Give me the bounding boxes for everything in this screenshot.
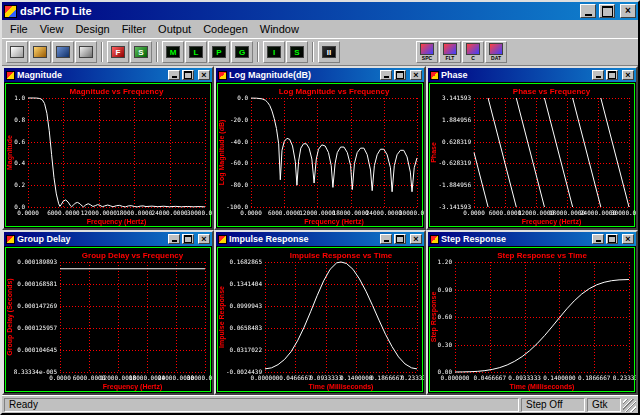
child-title-bar[interactable]: Step Response × xyxy=(428,232,636,246)
save-file-button[interactable] xyxy=(52,41,74,63)
magnitude-plot xyxy=(4,82,212,228)
toolbar: FSMLPGISIISPCFLTCDAT xyxy=(2,38,638,66)
maximize-button[interactable] xyxy=(599,4,615,18)
child-close-button[interactable]: × xyxy=(410,70,422,80)
plot-window-icon xyxy=(218,235,227,244)
export-flt-button-label: FLT xyxy=(446,55,455,61)
child-title-bar[interactable]: Phase × xyxy=(428,68,636,82)
menu-bar: File View Design Filter Output Codegen W… xyxy=(2,20,638,38)
child-maximize-button[interactable] xyxy=(182,70,194,80)
open-file-button[interactable] xyxy=(29,41,51,63)
impulse-response-plot-icon: I xyxy=(267,46,281,58)
child-close-button[interactable]: × xyxy=(622,234,634,244)
print-icon xyxy=(79,46,93,58)
minimize-button[interactable] xyxy=(580,4,596,18)
child-title-bar[interactable]: Group Delay × xyxy=(4,232,212,246)
child-minimize-button[interactable] xyxy=(380,234,392,244)
toolbar-separator xyxy=(101,42,103,62)
status-mode: Gtk xyxy=(587,398,621,412)
child-window-title: Impulse Response xyxy=(229,234,378,244)
group-delay-plot xyxy=(4,246,212,393)
child-minimize-button[interactable] xyxy=(168,234,180,244)
open-file-icon xyxy=(33,46,47,58)
export-dat-button-label: DAT xyxy=(491,55,501,61)
plot-window-icon xyxy=(218,71,227,80)
child-minimize-button[interactable] xyxy=(380,70,392,80)
mdi-area: Magnitude × Log Magnitude(dB) × Phase xyxy=(2,66,638,395)
export-dat-icon xyxy=(489,43,503,55)
child-close-button[interactable]: × xyxy=(410,234,422,244)
magnitude-plot-button[interactable]: M xyxy=(162,41,184,63)
filter-spec-button[interactable]: S xyxy=(130,41,152,63)
menu-codegen[interactable]: Codegen xyxy=(197,21,254,37)
print-button[interactable] xyxy=(75,41,97,63)
child-maximize-button[interactable] xyxy=(606,234,618,244)
child-minimize-button[interactable] xyxy=(592,234,604,244)
child-title-bar[interactable]: Log Magnitude(dB) × xyxy=(216,68,424,82)
child-maximize-button[interactable] xyxy=(394,234,406,244)
child-maximize-button[interactable] xyxy=(182,234,194,244)
log-magnitude-plot-button[interactable]: L xyxy=(185,41,207,63)
pause-button[interactable]: II xyxy=(318,41,340,63)
toolbar-separator xyxy=(312,42,314,62)
phase-plot-button[interactable]: P xyxy=(208,41,230,63)
new-file-icon xyxy=(10,46,24,58)
toolbar-separator xyxy=(156,42,158,62)
step-response-plot-icon: S xyxy=(290,46,304,58)
title-bar[interactable]: dsPIC FD Lite × xyxy=(2,2,638,20)
child-window-title: Phase xyxy=(441,70,590,80)
child-window-title: Magnitude xyxy=(17,70,166,80)
child-close-button[interactable]: × xyxy=(622,70,634,80)
filter-spec-icon: S xyxy=(134,46,148,58)
child-title-bar[interactable]: Magnitude × xyxy=(4,68,212,82)
child-close-button[interactable]: × xyxy=(198,70,210,80)
group-delay-plot-button[interactable]: G xyxy=(231,41,253,63)
plot-window-impulse-response: Impulse Response × xyxy=(214,230,426,395)
child-window-title: Group Delay xyxy=(17,234,166,244)
child-window-title: Log Magnitude(dB) xyxy=(229,70,378,80)
impulse-response-plot xyxy=(216,246,424,393)
plot-window-icon xyxy=(430,235,439,244)
filter-design-button[interactable]: F xyxy=(107,41,129,63)
child-maximize-button[interactable] xyxy=(606,70,618,80)
export-spc-button[interactable]: SPC xyxy=(416,41,438,63)
child-title-bar[interactable]: Impulse Response × xyxy=(216,232,424,246)
app-window: dsPIC FD Lite × File View Design Filter … xyxy=(0,0,640,415)
plot-window-log-magnitude: Log Magnitude(dB) × xyxy=(214,66,426,230)
child-window-title: Step Response xyxy=(441,234,590,244)
new-file-button[interactable] xyxy=(6,41,28,63)
plot-window-icon xyxy=(6,71,15,80)
impulse-response-plot-button[interactable]: I xyxy=(263,41,285,63)
menu-window[interactable]: Window xyxy=(254,21,305,37)
toolbar-separator xyxy=(257,42,259,62)
export-flt-icon xyxy=(443,43,457,55)
phase-plot-icon: P xyxy=(212,46,226,58)
child-minimize-button[interactable] xyxy=(168,70,180,80)
export-spc-button-label: SPC xyxy=(422,55,432,61)
export-dat-button[interactable]: DAT xyxy=(485,41,507,63)
status-message: Ready xyxy=(4,398,519,412)
menu-output[interactable]: Output xyxy=(152,21,197,37)
child-close-button[interactable]: × xyxy=(198,234,210,244)
menu-view[interactable]: View xyxy=(34,21,70,37)
menu-filter[interactable]: Filter xyxy=(116,21,152,37)
export-c-icon xyxy=(466,43,480,55)
status-bar: Ready Step Off Gtk xyxy=(2,395,638,413)
child-minimize-button[interactable] xyxy=(592,70,604,80)
step-response-plot xyxy=(428,246,636,393)
group-delay-plot-icon: G xyxy=(235,46,249,58)
export-c-button-label: C xyxy=(471,55,475,61)
resize-grip[interactable] xyxy=(623,399,636,412)
export-spc-icon xyxy=(420,43,434,55)
menu-file[interactable]: File xyxy=(4,21,34,37)
menu-design[interactable]: Design xyxy=(69,21,115,37)
pause-icon: II xyxy=(322,46,336,58)
close-button[interactable]: × xyxy=(620,4,636,18)
step-response-plot-button[interactable]: S xyxy=(286,41,308,63)
magnitude-plot-icon: M xyxy=(166,46,180,58)
export-flt-button[interactable]: FLT xyxy=(439,41,461,63)
save-file-icon xyxy=(56,46,70,58)
window-title: dsPIC FD Lite xyxy=(20,5,577,17)
child-maximize-button[interactable] xyxy=(394,70,406,80)
export-c-button[interactable]: C xyxy=(462,41,484,63)
